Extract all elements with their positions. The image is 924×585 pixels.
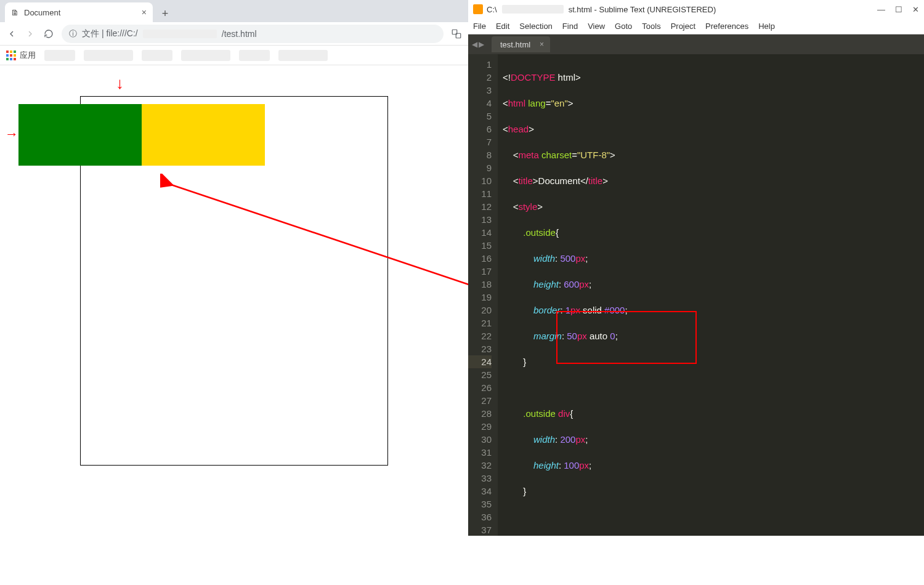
bookmark-item[interactable] <box>44 50 75 61</box>
menu-tools[interactable]: Tools <box>642 22 660 31</box>
menu-find[interactable]: Find <box>562 22 578 31</box>
url-input[interactable]: ⓘ 文件 | file:///C:/ /test.html <box>62 25 444 43</box>
sublime-titlebar[interactable]: C:\ st.html - Sublime Text (UNREGISTERED… <box>468 0 924 18</box>
bookmark-item[interactable] <box>84 50 133 61</box>
forward-button[interactable] <box>25 28 36 39</box>
annotation-arrow-down: ↓ <box>116 74 124 93</box>
menu-selection[interactable]: Selection <box>519 22 552 31</box>
reload-button[interactable] <box>43 28 54 39</box>
sublime-icon <box>473 4 483 14</box>
annotation-highlight-box <box>556 311 697 364</box>
apps-button[interactable]: 应用 <box>6 50 36 61</box>
address-bar: ⓘ 文件 | file:///C:/ /test.html <box>0 22 468 46</box>
apps-label: 应用 <box>20 50 36 61</box>
menu-preferences[interactable]: Preferences <box>705 22 748 31</box>
chevron-left-icon: ◀ <box>472 40 477 49</box>
tab-history-nav[interactable]: ◀▶ <box>472 40 484 49</box>
line-gutter: 1234567891011121314151617181920212223242… <box>468 54 498 536</box>
sublime-menubar: File Edit Selection Find View Goto Tools… <box>468 18 924 34</box>
bookmark-item[interactable] <box>278 50 328 61</box>
close-file-icon[interactable]: × <box>540 40 544 49</box>
file-tab[interactable]: test.html × <box>492 36 550 52</box>
maximize-button[interactable]: ☐ <box>895 5 902 14</box>
minimize-button[interactable]: — <box>877 5 885 14</box>
sublime-tabstrip: ◀▶ test.html × <box>468 34 924 54</box>
menu-view[interactable]: View <box>588 22 605 31</box>
menu-help[interactable]: Help <box>758 22 775 31</box>
menu-goto[interactable]: Goto <box>615 22 632 31</box>
site-info-icon[interactable]: ⓘ <box>69 28 77 39</box>
bookmarks-bar: 应用 <box>0 46 468 65</box>
sublime-window: C:\ st.html - Sublime Text (UNREGISTERED… <box>468 0 924 536</box>
bookmark-item[interactable] <box>181 50 230 61</box>
url-text-prefix: 文件 | file:///C:/ <box>82 28 138 39</box>
page-icon: 🗎 <box>11 8 19 17</box>
title-prefix: C:\ <box>487 5 497 14</box>
code-editor[interactable]: 1234567891011121314151617181920212223242… <box>468 54 924 536</box>
bookmark-item[interactable] <box>239 50 270 61</box>
close-tab-icon[interactable]: × <box>142 7 147 17</box>
menu-project[interactable]: Project <box>671 22 695 31</box>
page-viewport <box>0 96 468 466</box>
browser-tabbar: 🗎 Document × + <box>0 0 468 22</box>
title-blur <box>502 5 564 14</box>
url-text-suffix: /test.html <box>222 29 257 39</box>
tab-title: Document <box>24 8 60 17</box>
annotation-arrow-right: → <box>5 126 18 142</box>
menu-edit[interactable]: Edit <box>496 22 509 31</box>
outside-box <box>80 96 388 466</box>
file-tab-label: test.html <box>500 40 530 49</box>
browser-tab[interactable]: 🗎 Document × <box>5 2 153 22</box>
new-tab-button[interactable]: + <box>156 5 174 22</box>
box1-green <box>18 104 142 166</box>
menu-file[interactable]: File <box>473 22 486 31</box>
close-button[interactable]: ✕ <box>912 5 919 14</box>
chevron-right-icon: ▶ <box>479 40 484 49</box>
code-area[interactable]: <!DOCTYPE html> <html lang="en"> <head> … <box>498 54 924 536</box>
box2-gold <box>142 104 265 166</box>
title-suffix: st.html - Sublime Text (UNREGISTERED) <box>569 5 716 14</box>
translate-icon[interactable] <box>451 28 462 39</box>
back-button[interactable] <box>6 28 17 39</box>
window-controls: — ☐ ✕ <box>877 5 919 14</box>
bookmark-item[interactable] <box>142 50 172 61</box>
chrome-window: 🗎 Document × + ⓘ 文件 | file:///C:/ /test.… <box>0 0 468 536</box>
apps-icon <box>6 50 16 60</box>
url-blur <box>143 30 217 38</box>
